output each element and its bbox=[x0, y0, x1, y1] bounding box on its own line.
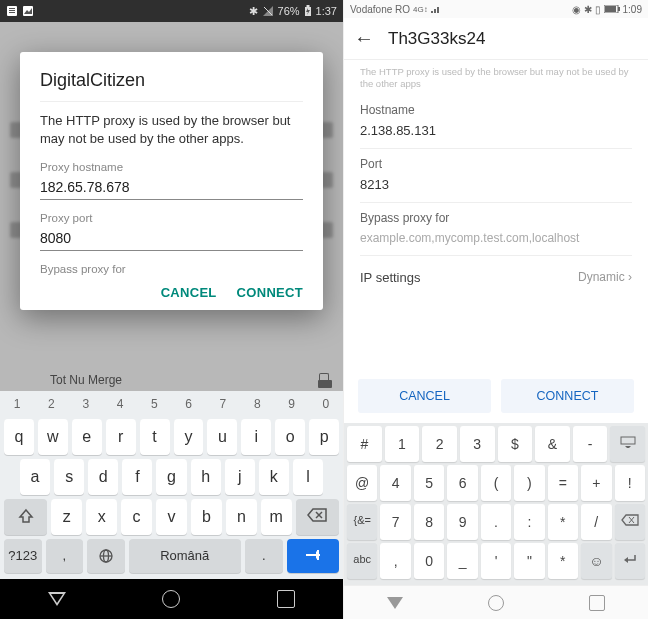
nav-home[interactable] bbox=[488, 595, 504, 611]
connect-button[interactable]: CONNECT bbox=[237, 285, 303, 300]
navigation-bar bbox=[344, 585, 648, 619]
key-amp[interactable]: & bbox=[535, 426, 570, 462]
key-u[interactable]: u bbox=[207, 419, 237, 455]
abc-key[interactable]: abc bbox=[347, 543, 377, 579]
notification-icon bbox=[6, 5, 18, 17]
hostname-input[interactable]: 2.138.85.131 bbox=[360, 123, 632, 149]
enter-key[interactable] bbox=[287, 539, 340, 573]
key-v[interactable]: v bbox=[156, 499, 187, 535]
period-key[interactable]: . bbox=[245, 539, 283, 573]
shift-key[interactable] bbox=[4, 499, 47, 535]
space-key[interactable]: Română bbox=[129, 539, 242, 573]
signal-bars-icon bbox=[431, 5, 441, 13]
hostname-input[interactable] bbox=[40, 177, 303, 200]
chevron-right-icon: › bbox=[628, 270, 632, 284]
key-comma[interactable]: , bbox=[380, 543, 410, 579]
cancel-button[interactable]: CANCEL bbox=[358, 379, 491, 413]
svg-rect-9 bbox=[306, 5, 309, 7]
backspace-key[interactable] bbox=[615, 504, 645, 540]
key-o[interactable]: o bbox=[275, 419, 305, 455]
key-6[interactable]: 6 bbox=[447, 465, 477, 501]
key-lparen[interactable]: ( bbox=[481, 465, 511, 501]
page-title: Th3G33ks24 bbox=[388, 29, 485, 49]
key-hash[interactable]: # bbox=[347, 426, 382, 462]
more-symbols-key[interactable]: {&= bbox=[347, 504, 377, 540]
comma-key[interactable]: , bbox=[46, 539, 84, 573]
key-8[interactable]: 8 bbox=[414, 504, 444, 540]
key-f[interactable]: f bbox=[122, 459, 152, 495]
key-j[interactable]: j bbox=[225, 459, 255, 495]
key-4[interactable]: 4 bbox=[380, 465, 410, 501]
key-z[interactable]: z bbox=[51, 499, 82, 535]
key-w[interactable]: w bbox=[38, 419, 68, 455]
key-p[interactable]: p bbox=[309, 419, 339, 455]
key-quote[interactable]: " bbox=[514, 543, 544, 579]
nav-home[interactable] bbox=[162, 590, 180, 608]
key-underscore[interactable]: _ bbox=[447, 543, 477, 579]
key-bang[interactable]: ! bbox=[615, 465, 645, 501]
key-d[interactable]: d bbox=[88, 459, 118, 495]
key-star2[interactable]: * bbox=[548, 543, 578, 579]
key-a[interactable]: a bbox=[20, 459, 50, 495]
backspace-key[interactable] bbox=[296, 499, 339, 535]
key-minus[interactable]: - bbox=[573, 426, 608, 462]
key-g[interactable]: g bbox=[156, 459, 186, 495]
key-star[interactable]: * bbox=[548, 504, 578, 540]
key-x[interactable]: x bbox=[86, 499, 117, 535]
key-m[interactable]: m bbox=[261, 499, 292, 535]
key-c[interactable]: c bbox=[121, 499, 152, 535]
keyboard: # 1 2 3 $ & - @ 4 5 6 ( ) = + ! {&= 7 8 … bbox=[344, 423, 648, 585]
dialog-title: DigitalCitizen bbox=[40, 70, 303, 91]
key-r[interactable]: r bbox=[106, 419, 136, 455]
key-l[interactable]: l bbox=[293, 459, 323, 495]
key-plus[interactable]: + bbox=[581, 465, 611, 501]
port-label: Proxy port bbox=[40, 212, 303, 224]
key-b[interactable]: b bbox=[191, 499, 222, 535]
key-3[interactable]: 3 bbox=[460, 426, 495, 462]
key-colon[interactable]: : bbox=[514, 504, 544, 540]
key-slash[interactable]: / bbox=[581, 504, 611, 540]
port-input[interactable]: 8213 bbox=[360, 177, 632, 203]
key-i[interactable]: i bbox=[241, 419, 271, 455]
key-0[interactable]: 0 bbox=[414, 543, 444, 579]
key-y[interactable]: y bbox=[174, 419, 204, 455]
ip-settings-row[interactable]: IP settings Dynamic › bbox=[360, 256, 632, 299]
battery-icon bbox=[304, 5, 312, 17]
symbols-key[interactable]: ?123 bbox=[4, 539, 42, 573]
bypass-label: Bypass proxy for bbox=[360, 211, 632, 225]
signal-icon bbox=[262, 5, 274, 17]
key-eq[interactable]: = bbox=[548, 465, 578, 501]
key-e[interactable]: e bbox=[72, 419, 102, 455]
back-arrow-icon[interactable]: ← bbox=[354, 27, 374, 50]
svg-marker-11 bbox=[20, 510, 32, 522]
key-at[interactable]: @ bbox=[347, 465, 377, 501]
key-h[interactable]: h bbox=[191, 459, 221, 495]
key-q[interactable]: q bbox=[4, 419, 34, 455]
key-7[interactable]: 7 bbox=[380, 504, 410, 540]
key-period[interactable]: . bbox=[481, 504, 511, 540]
nav-recent[interactable] bbox=[277, 590, 295, 608]
enter-key[interactable] bbox=[615, 543, 645, 579]
port-input[interactable] bbox=[40, 228, 303, 251]
key-1[interactable]: 1 bbox=[385, 426, 420, 462]
nav-back[interactable] bbox=[48, 592, 66, 606]
key-5[interactable]: 5 bbox=[414, 465, 444, 501]
key-t[interactable]: t bbox=[140, 419, 170, 455]
status-bar: Vodafone RO 4G↕ ◉ ✱ ▯ 1:09 bbox=[344, 0, 648, 18]
key-apos[interactable]: ' bbox=[481, 543, 511, 579]
emoji-key[interactable]: ☺ bbox=[581, 543, 611, 579]
language-key[interactable] bbox=[87, 539, 125, 573]
key-s[interactable]: s bbox=[54, 459, 84, 495]
hide-keyboard-key[interactable] bbox=[610, 426, 645, 462]
cancel-button[interactable]: CANCEL bbox=[161, 285, 217, 300]
bypass-input[interactable]: example.com,mycomp.test.com,localhost bbox=[360, 231, 632, 256]
key-k[interactable]: k bbox=[259, 459, 289, 495]
key-2[interactable]: 2 bbox=[422, 426, 457, 462]
key-rparen[interactable]: ) bbox=[514, 465, 544, 501]
connect-button[interactable]: CONNECT bbox=[501, 379, 634, 413]
nav-recent[interactable] bbox=[589, 595, 605, 611]
nav-back[interactable] bbox=[387, 597, 403, 609]
key-9[interactable]: 9 bbox=[447, 504, 477, 540]
key-n[interactable]: n bbox=[226, 499, 257, 535]
key-dollar[interactable]: $ bbox=[498, 426, 533, 462]
